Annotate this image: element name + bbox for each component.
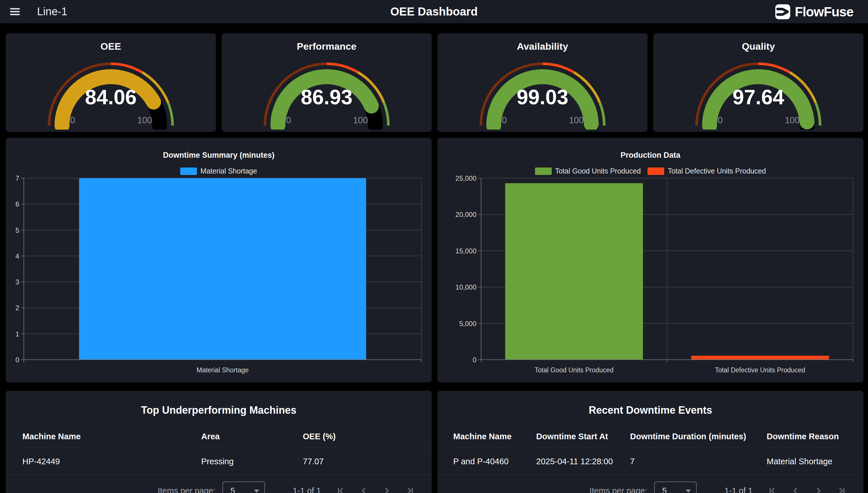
gauges-row: OEE 84.06 0 100 Performance 86.93 0 100 …	[0, 33, 868, 132]
gauge-min-label: 0	[502, 115, 507, 126]
gauge-value: 84.06	[42, 87, 180, 107]
cell-downtime-duration: 7	[630, 457, 767, 466]
table-header-row: Machine Name Downtime Start At Downtime …	[437, 425, 863, 448]
svg-text:25,000: 25,000	[456, 174, 477, 182]
gauge-title: OEE	[6, 41, 216, 52]
gauge-performance: 86.93 0 100	[258, 58, 395, 130]
pagination-nav	[336, 486, 415, 493]
svg-text:20,000: 20,000	[456, 211, 477, 218]
svg-text:0: 0	[473, 356, 477, 364]
tables-row: Top Underperforming Machines Machine Nam…	[0, 391, 868, 493]
cell-downtime-start: 2025-04-11 12:28:00	[536, 457, 630, 466]
table-title: Top Underperforming Machines	[6, 404, 432, 416]
svg-text:Total Defective Units Produced: Total Defective Units Produced	[715, 366, 805, 374]
pagination-nav	[767, 486, 847, 493]
col-header-downtime-duration: Downtime Duration (minutes)	[630, 432, 767, 441]
pagination: Items per page: 5 1-1 of 1	[6, 475, 432, 493]
chart-title: Downtime Summary (minutes)	[6, 151, 432, 160]
cell-oee: 77.07	[303, 457, 432, 466]
gauge-value: 99.03	[474, 87, 611, 107]
gauge-max-label: 100	[137, 115, 152, 126]
items-per-page-value: 5	[662, 486, 667, 493]
gauge-value: 97.64	[689, 87, 827, 107]
prev-page-button[interactable]	[791, 486, 800, 493]
brand: FlowFuse	[775, 4, 853, 20]
gauge-value: 86.93	[258, 87, 395, 107]
downtime-chart-card: Downtime Summary (minutes) Material Shor…	[6, 138, 432, 382]
col-header-oee: OEE (%)	[303, 432, 432, 441]
gauge-card-quality: Quality 97.64 0 100	[653, 33, 863, 132]
svg-text:15,000: 15,000	[456, 247, 477, 255]
next-page-button[interactable]	[382, 486, 392, 493]
last-page-icon	[837, 486, 847, 493]
gauge-title: Quality	[653, 41, 863, 52]
top-bar: Line-1 OEE Dashboard FlowFuse	[0, 0, 868, 23]
last-page-button[interactable]	[405, 486, 415, 493]
production-bar-chart: 05,00010,00015,00020,00025,000Total Good…	[437, 170, 863, 377]
col-header-downtime-reason: Downtime Reason	[767, 432, 863, 441]
pagination-range: 1-1 of 1	[291, 486, 323, 493]
machines-table: Machine Name Area OEE (%) HP-42449 Press…	[6, 425, 432, 493]
production-chart-card: Production Data Total Good Units Produce…	[437, 138, 863, 382]
last-page-button[interactable]	[837, 486, 847, 493]
first-page-button[interactable]	[336, 486, 345, 493]
table-row: HP-42449 Pressing 77.07	[6, 448, 432, 475]
chart-title: Production Data	[437, 151, 863, 160]
gauge-quality: 97.64 0 100	[689, 58, 827, 130]
svg-text:4: 4	[16, 252, 19, 260]
col-header-area: Area	[201, 432, 303, 441]
items-per-page-label: Items per page:	[158, 486, 216, 493]
dropdown-caret-icon	[686, 490, 691, 493]
gauge-max-label: 100	[785, 115, 800, 126]
downtime-bar-chart: 01234567Material Shortage	[6, 170, 432, 377]
col-header-machine-name: Machine Name	[22, 432, 201, 441]
gauge-title: Performance	[222, 41, 432, 52]
gauge-max-label: 100	[569, 115, 584, 126]
next-page-button[interactable]	[814, 486, 823, 493]
gauge-card-performance: Performance 86.93 0 100	[222, 33, 432, 132]
svg-text:0: 0	[16, 356, 19, 364]
brand-name: FlowFuse	[795, 4, 853, 20]
underperforming-machines-card: Top Underperforming Machines Machine Nam…	[6, 391, 432, 493]
svg-text:5,000: 5,000	[459, 320, 477, 327]
table-header-row: Machine Name Area OEE (%)	[6, 425, 432, 448]
dropdown-caret-icon	[254, 490, 259, 493]
chevron-left-icon	[791, 486, 800, 493]
svg-text:5: 5	[16, 227, 19, 234]
svg-text:3: 3	[16, 278, 19, 286]
gauge-card-availability: Availability 99.03 0 100	[437, 33, 647, 132]
gauge-title: Availability	[437, 41, 647, 52]
cell-machine-name: P and P-40460	[453, 457, 536, 466]
gauge-min-label: 0	[286, 115, 291, 126]
hamburger-icon	[10, 8, 20, 15]
svg-text:1: 1	[16, 330, 19, 338]
svg-text:10,000: 10,000	[456, 283, 477, 291]
svg-text:Material Shortage: Material Shortage	[197, 366, 249, 374]
last-page-icon	[405, 486, 415, 493]
cell-area: Pressing	[201, 457, 303, 466]
menu-button[interactable]	[9, 7, 21, 16]
chevron-right-icon	[382, 486, 392, 493]
downtime-events-table: Machine Name Downtime Start At Downtime …	[437, 425, 863, 493]
gauge-max-label: 100	[353, 115, 368, 126]
first-page-button[interactable]	[767, 486, 777, 493]
gauge-min-label: 0	[717, 115, 723, 126]
table-row: P and P-40460 2025-04-11 12:28:00 7 Mate…	[437, 448, 863, 475]
flowfuse-logo-icon	[775, 4, 791, 20]
svg-text:Total Good Units Produced: Total Good Units Produced	[535, 366, 614, 374]
chevron-right-icon	[814, 486, 823, 493]
pagination: Items per page: 5 1-1 of 1	[437, 475, 863, 493]
pagination-range: 1-1 of 1	[723, 486, 755, 493]
items-per-page-select[interactable]: 5	[223, 481, 265, 493]
page-title: OEE Dashboard	[390, 5, 478, 18]
items-per-page-select[interactable]: 5	[654, 481, 696, 493]
col-header-machine-name: Machine Name	[453, 432, 536, 441]
svg-text:2: 2	[16, 304, 19, 312]
cell-downtime-reason: Material Shortage	[767, 457, 863, 466]
cell-machine-name: HP-42449	[22, 457, 201, 466]
recent-downtime-events-card: Recent Downtime Events Machine Name Down…	[437, 391, 863, 493]
prev-page-button[interactable]	[359, 486, 369, 493]
gauge-oee: 84.06 0 100	[42, 58, 180, 130]
svg-text:6: 6	[16, 200, 19, 208]
svg-text:7: 7	[16, 174, 19, 182]
